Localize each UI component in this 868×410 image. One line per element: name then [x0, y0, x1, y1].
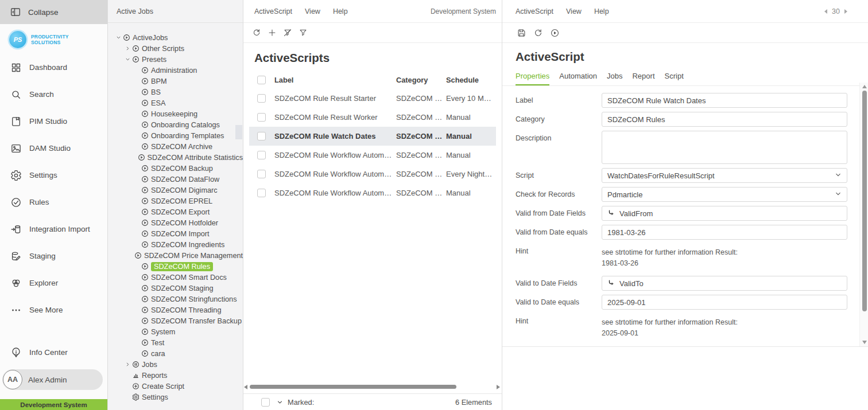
tree-item-sdzecom-attribute-statistics[interactable]: SDZeCOM Attribute Statistics [108, 152, 243, 163]
menu-help[interactable]: Help [333, 7, 348, 15]
tab-script[interactable]: Script [665, 72, 684, 85]
tree-item-jobs[interactable]: Jobs [108, 359, 243, 370]
table-row[interactable]: SDZeCOM Rule Workflow Automation by d...… [249, 146, 496, 165]
tree-item-other-scripts[interactable]: Other Scripts [108, 43, 243, 54]
table-row[interactable]: SDZeCOM Rule Workflow Automation WorkerS… [249, 183, 496, 202]
row-checkbox[interactable] [257, 151, 266, 159]
tree-item-bpm[interactable]: BPM [108, 76, 243, 87]
category-input[interactable] [602, 112, 847, 127]
table-row[interactable]: SDZeCOM Rule Workflow Automation Starter… [249, 165, 496, 183]
scroll-down-icon[interactable] [862, 341, 867, 344]
tree-item-onboarding-templates[interactable]: Onboarding Templates [108, 130, 243, 141]
script-select[interactable]: WatchDatesForRuleResultScript [602, 168, 847, 183]
prev-page-icon[interactable] [824, 9, 827, 14]
scroll-right-icon[interactable] [497, 385, 500, 389]
horizontal-scrollbar-thumb[interactable] [250, 385, 456, 389]
scroll-left-icon[interactable] [244, 385, 247, 389]
tree-item-activejobs[interactable]: ActiveJobs [108, 32, 243, 43]
valid-from-date-equals-input[interactable] [602, 225, 847, 240]
tree-item-sdzecom-archive[interactable]: SDZeCOM Archive [108, 141, 243, 152]
tree-item-administration[interactable]: Administration [108, 65, 243, 76]
marked-checkbox[interactable] [261, 398, 270, 407]
sidebar-item-rules[interactable]: Rules [0, 189, 107, 216]
save-icon[interactable] [517, 28, 526, 38]
brand-logo[interactable]: PS PRODUCTIVITY SOLUTIONS [0, 24, 107, 54]
tree-item-sdzecom-stringfunctions[interactable]: SDZeCOM Stringfunctions [108, 294, 243, 304]
sidebar-item-see-more[interactable]: See More [0, 296, 107, 323]
row-checkbox[interactable] [257, 132, 266, 140]
sidebar-item-dashboard[interactable]: Dashboard [0, 54, 107, 81]
chevron-right-icon[interactable] [125, 362, 132, 367]
row-checkbox[interactable] [257, 170, 266, 178]
tab-properties[interactable]: Properties [516, 72, 549, 85]
tree-item-housekeeping[interactable]: Housekeeping [108, 108, 243, 119]
tree-item-sdzecom-smart-docs[interactable]: SDZeCOM Smart Docs [108, 272, 243, 283]
scroll-up-icon[interactable] [862, 85, 867, 88]
tree-item-esa[interactable]: ESA [108, 97, 243, 108]
run-icon[interactable] [550, 28, 560, 38]
check-for-records-select[interactable]: Pdmarticle [602, 187, 847, 202]
tree-item-sdzecom-hotfolder[interactable]: SDZeCOM Hotfolder [108, 217, 243, 228]
tab-automation[interactable]: Automation [559, 72, 597, 85]
tree-item-create-script[interactable]: Create Script [108, 381, 243, 392]
tree-item-reports[interactable]: Reports [108, 370, 243, 381]
valid-to-date-fields-input[interactable]: ValidTo [602, 276, 847, 291]
chevron-down-icon[interactable] [116, 35, 123, 40]
filter-icon[interactable] [299, 28, 308, 37]
menu-activescript[interactable]: ActiveScript [254, 7, 292, 15]
user-menu[interactable]: AA Alex Admin [2, 369, 103, 390]
label-input[interactable] [602, 93, 847, 108]
tree-item-test[interactable]: Test [108, 337, 243, 348]
menu-view[interactable]: View [566, 7, 582, 15]
valid-from-date-fields-input[interactable]: ValidFrom [602, 206, 847, 221]
tree-item-sdzecom-staging[interactable]: SDZeCOM Staging [108, 283, 243, 294]
sidebar-item-explorer[interactable]: Explorer [0, 270, 107, 296]
table-row[interactable]: SDZeCOM Rule Watch DatesSDZeCOM RulesMan… [249, 127, 496, 146]
valid-to-date-equals-input[interactable] [602, 295, 847, 310]
refresh-icon[interactable] [533, 28, 543, 38]
tree-item-sdzecom-price-management[interactable]: SDZeCOM Price Management [108, 250, 243, 261]
sidebar-item-search[interactable]: Search [0, 81, 107, 108]
tab-jobs[interactable]: Jobs [607, 72, 622, 85]
tab-report[interactable]: Report [632, 72, 654, 85]
next-page-icon[interactable] [844, 9, 847, 14]
filter-off-icon[interactable] [283, 28, 292, 37]
tree-item-sdzecom-digimarc[interactable]: SDZeCOM Digimarc [108, 185, 243, 196]
chevron-right-icon[interactable] [125, 46, 132, 51]
menu-activescript[interactable]: ActiveScript [516, 7, 553, 15]
refresh-icon[interactable] [252, 28, 261, 37]
tree-item-sdzecom-rules[interactable]: SDZeCOM Rules [108, 261, 243, 272]
tree-item-sdzecom-threading[interactable]: SDZeCOM Threading [108, 304, 243, 315]
tree-item-presets[interactable]: Presets [108, 54, 243, 65]
description-textarea[interactable] [602, 131, 847, 164]
tree-item-sdzecom-ingredients[interactable]: SDZeCOM Ingredients [108, 239, 243, 250]
sidebar-item-settings[interactable]: Settings [0, 162, 107, 189]
row-checkbox[interactable] [257, 189, 266, 197]
menu-view[interactable]: View [305, 7, 320, 15]
vertical-scrollbar-thumb[interactable] [862, 91, 867, 311]
sidebar-item-dam-studio[interactable]: DAM Studio [0, 135, 107, 162]
tree-item-cara[interactable]: cara [108, 348, 243, 359]
add-icon[interactable] [268, 28, 277, 37]
tree-item-sdzecom-export[interactable]: SDZeCOM Export [108, 206, 243, 217]
table-row[interactable]: SDZeCOM Rule Result StarterSDZeCOM Rules… [249, 89, 496, 108]
menu-help[interactable]: Help [594, 7, 609, 15]
tree-item-onboarding-catalogs[interactable]: Onboarding Catalogs [108, 119, 243, 130]
tree-item-sdzecom-import[interactable]: SDZeCOM Import [108, 228, 243, 239]
table-row[interactable]: SDZeCOM Rule Result WorkerSDZeCOM RulesM… [249, 108, 496, 127]
collapse-button[interactable]: Collapse [0, 0, 107, 24]
tree-item-sdzecom-dataflow[interactable]: SDZeCOM DataFlow [108, 174, 243, 185]
chevron-down-icon[interactable] [125, 57, 132, 62]
tree-item-sdzecom-eprel[interactable]: SDZeCOM EPREL [108, 196, 243, 206]
sidebar-item-staging[interactable]: Staging [0, 243, 107, 270]
tree-item-system[interactable]: System [108, 326, 243, 337]
tree-item-bs[interactable]: BS [108, 87, 243, 97]
row-checkbox[interactable] [257, 94, 266, 103]
sidebar-item-info-center[interactable]: Info Center [0, 339, 107, 366]
chevron-down-icon[interactable] [277, 399, 283, 405]
row-checkbox[interactable] [257, 113, 266, 122]
sidebar-item-pim-studio[interactable]: PIM Studio [0, 108, 107, 135]
select-all-checkbox[interactable] [257, 76, 266, 84]
tree-scrollbar-thumb[interactable] [235, 125, 242, 139]
tree-item-settings[interactable]: Settings [108, 392, 243, 403]
